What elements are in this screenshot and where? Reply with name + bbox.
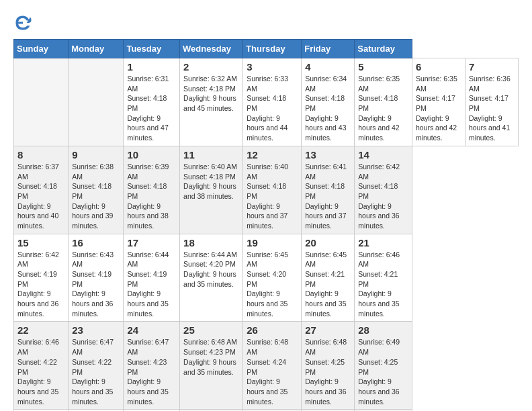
logo (13, 13, 35, 32)
calendar-cell: 1Sunrise: 6:31 AM Sunset: 4:18 PM Daylig… (124, 58, 180, 146)
day-info: Sunrise: 6:48 AM Sunset: 4:24 PM Dayligh… (247, 337, 298, 406)
day-number: 15 (17, 237, 64, 248)
calendar-cell: 4Sunrise: 6:34 AM Sunset: 4:18 PM Daylig… (302, 58, 355, 146)
day-number: 11 (183, 149, 239, 161)
calendar-cell: 24Sunrise: 6:47 AM Sunset: 4:23 PM Dayli… (124, 322, 180, 410)
calendar-table: SundayMondayTuesdayWednesdayThursdayFrid… (13, 39, 519, 411)
day-info: Sunrise: 6:43 AM Sunset: 4:19 PM Dayligh… (72, 250, 120, 319)
day-info: Sunrise: 6:47 AM Sunset: 4:23 PM Dayligh… (127, 337, 176, 406)
calendar-cell: 15Sunrise: 6:42 AM Sunset: 4:19 PM Dayli… (14, 234, 69, 322)
weekday-header-cell: Friday (302, 40, 355, 58)
calendar-cell: 20Sunrise: 6:45 AM Sunset: 4:21 PM Dayli… (302, 234, 355, 322)
day-number: 13 (305, 149, 351, 161)
day-info: Sunrise: 6:49 AM Sunset: 4:25 PM Dayligh… (358, 337, 408, 406)
day-number: 12 (247, 149, 298, 161)
day-number: 4 (305, 61, 351, 73)
weekday-header-cell: Wednesday (180, 40, 243, 58)
day-number: 1 (127, 61, 176, 73)
calendar-cell: 28Sunrise: 6:49 AM Sunset: 4:25 PM Dayli… (355, 322, 412, 410)
calendar-cell: 7Sunrise: 6:36 AM Sunset: 4:17 PM Daylig… (465, 58, 518, 146)
weekday-header-row: SundayMondayTuesdayWednesdayThursdayFrid… (14, 40, 519, 58)
day-number: 28 (358, 324, 408, 336)
logo-icon (13, 13, 32, 32)
day-info: Sunrise: 6:46 AM Sunset: 4:21 PM Dayligh… (358, 250, 408, 319)
day-info: Sunrise: 6:41 AM Sunset: 4:18 PM Dayligh… (305, 162, 351, 231)
day-number: 6 (416, 61, 461, 73)
day-info: Sunrise: 6:35 AM Sunset: 4:17 PM Dayligh… (416, 74, 461, 143)
day-info: Sunrise: 6:39 AM Sunset: 4:18 PM Dayligh… (127, 162, 176, 231)
calendar-cell: 11Sunrise: 6:40 AM Sunset: 4:18 PM Dayli… (180, 146, 243, 234)
day-number: 22 (17, 324, 64, 336)
day-info: Sunrise: 6:37 AM Sunset: 4:18 PM Dayligh… (17, 162, 64, 231)
weekday-header-cell: Tuesday (124, 40, 180, 58)
day-number: 24 (127, 324, 176, 336)
day-info: Sunrise: 6:35 AM Sunset: 4:18 PM Dayligh… (358, 74, 408, 143)
day-info: Sunrise: 6:42 AM Sunset: 4:19 PM Dayligh… (17, 250, 64, 319)
day-info: Sunrise: 6:38 AM Sunset: 4:18 PM Dayligh… (72, 162, 120, 231)
day-info: Sunrise: 6:44 AM Sunset: 4:19 PM Dayligh… (127, 250, 176, 319)
calendar-cell (14, 58, 69, 146)
day-number: 2 (183, 61, 239, 73)
calendar-week-row: 15Sunrise: 6:42 AM Sunset: 4:19 PM Dayli… (14, 234, 519, 322)
calendar-cell: 13Sunrise: 6:41 AM Sunset: 4:18 PM Dayli… (302, 146, 355, 234)
day-number: 5 (358, 61, 408, 73)
day-info: Sunrise: 6:40 AM Sunset: 4:18 PM Dayligh… (183, 162, 239, 201)
day-info: Sunrise: 6:45 AM Sunset: 4:20 PM Dayligh… (247, 250, 298, 319)
day-number: 27 (305, 324, 351, 336)
calendar-week-row: 8Sunrise: 6:37 AM Sunset: 4:18 PM Daylig… (14, 146, 519, 234)
calendar-cell: 2Sunrise: 6:32 AM Sunset: 4:18 PM Daylig… (180, 58, 243, 146)
weekday-header-cell: Thursday (243, 40, 302, 58)
day-number: 17 (127, 237, 176, 248)
day-number: 14 (358, 149, 408, 161)
calendar-cell: 6Sunrise: 6:35 AM Sunset: 4:17 PM Daylig… (412, 58, 465, 146)
day-number: 23 (72, 324, 120, 336)
calendar-cell: 8Sunrise: 6:37 AM Sunset: 4:18 PM Daylig… (14, 146, 69, 234)
calendar-cell: 14Sunrise: 6:42 AM Sunset: 4:18 PM Dayli… (355, 146, 412, 234)
day-number: 8 (17, 149, 64, 161)
day-number: 21 (358, 237, 408, 248)
day-number: 7 (469, 61, 515, 73)
calendar-cell: 9Sunrise: 6:38 AM Sunset: 4:18 PM Daylig… (69, 146, 124, 234)
calendar-cell: 5Sunrise: 6:35 AM Sunset: 4:18 PM Daylig… (355, 58, 412, 146)
day-number: 10 (127, 149, 176, 161)
day-info: Sunrise: 6:45 AM Sunset: 4:21 PM Dayligh… (305, 250, 351, 319)
day-info: Sunrise: 6:48 AM Sunset: 4:25 PM Dayligh… (305, 337, 351, 406)
day-info: Sunrise: 6:47 AM Sunset: 4:22 PM Dayligh… (72, 337, 120, 406)
calendar-week-row: 22Sunrise: 6:46 AM Sunset: 4:22 PM Dayli… (14, 322, 519, 410)
calendar-cell (69, 58, 124, 146)
day-number: 9 (72, 149, 120, 161)
day-info: Sunrise: 6:42 AM Sunset: 4:18 PM Dayligh… (358, 162, 408, 231)
calendar-cell: 18Sunrise: 6:44 AM Sunset: 4:20 PM Dayli… (180, 234, 243, 322)
day-info: Sunrise: 6:44 AM Sunset: 4:20 PM Dayligh… (183, 250, 239, 289)
calendar-cell: 3Sunrise: 6:33 AM Sunset: 4:18 PM Daylig… (243, 58, 302, 146)
calendar-cell: 25Sunrise: 6:48 AM Sunset: 4:23 PM Dayli… (180, 322, 243, 410)
day-info: Sunrise: 6:40 AM Sunset: 4:18 PM Dayligh… (247, 162, 298, 231)
day-info: Sunrise: 6:32 AM Sunset: 4:18 PM Dayligh… (183, 74, 239, 113)
calendar-cell: 16Sunrise: 6:43 AM Sunset: 4:19 PM Dayli… (69, 234, 124, 322)
day-info: Sunrise: 6:36 AM Sunset: 4:17 PM Dayligh… (469, 74, 515, 143)
calendar-cell: 26Sunrise: 6:48 AM Sunset: 4:24 PM Dayli… (243, 322, 302, 410)
day-info: Sunrise: 6:31 AM Sunset: 4:18 PM Dayligh… (127, 74, 176, 143)
day-info: Sunrise: 6:33 AM Sunset: 4:18 PM Dayligh… (247, 74, 298, 143)
day-number: 3 (247, 61, 298, 73)
day-number: 26 (247, 324, 298, 336)
day-number: 18 (183, 237, 239, 248)
weekday-header-cell: Monday (69, 40, 124, 58)
calendar-cell: 27Sunrise: 6:48 AM Sunset: 4:25 PM Dayli… (302, 322, 355, 410)
calendar-body: 1Sunrise: 6:31 AM Sunset: 4:18 PM Daylig… (14, 58, 519, 412)
calendar-cell: 12Sunrise: 6:40 AM Sunset: 4:18 PM Dayli… (243, 146, 302, 234)
day-number: 20 (305, 237, 351, 248)
day-number: 25 (183, 324, 239, 336)
day-info: Sunrise: 6:48 AM Sunset: 4:23 PM Dayligh… (183, 337, 239, 377)
calendar-cell: 23Sunrise: 6:47 AM Sunset: 4:22 PM Dayli… (69, 322, 124, 410)
calendar-cell: 10Sunrise: 6:39 AM Sunset: 4:18 PM Dayli… (124, 146, 180, 234)
day-number: 16 (72, 237, 120, 248)
calendar-cell: 22Sunrise: 6:46 AM Sunset: 4:22 PM Dayli… (14, 322, 69, 410)
calendar-cell: 19Sunrise: 6:45 AM Sunset: 4:20 PM Dayli… (243, 234, 302, 322)
calendar-cell: 17Sunrise: 6:44 AM Sunset: 4:19 PM Dayli… (124, 234, 180, 322)
weekday-header-cell: Sunday (14, 40, 69, 58)
calendar-cell: 21Sunrise: 6:46 AM Sunset: 4:21 PM Dayli… (355, 234, 412, 322)
day-number: 19 (247, 237, 298, 248)
day-info: Sunrise: 6:34 AM Sunset: 4:18 PM Dayligh… (305, 74, 351, 143)
calendar-week-row: 1Sunrise: 6:31 AM Sunset: 4:18 PM Daylig… (14, 58, 519, 146)
